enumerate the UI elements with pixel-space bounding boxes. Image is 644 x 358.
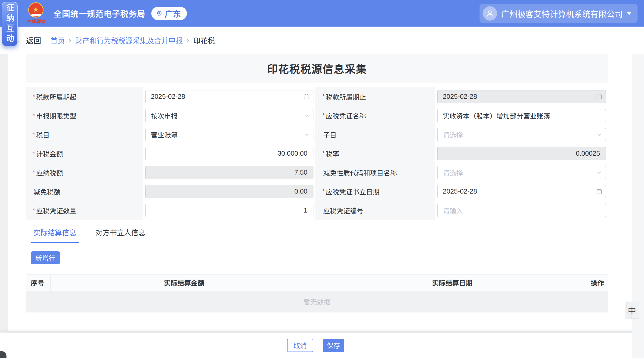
reduction-code-select[interactable]: 请选择 [437,166,606,179]
voucher-count-input[interactable]: 1 [145,204,314,217]
taxable-amount-input[interactable]: 30,000.00 [145,147,314,160]
label-text: 税目 [36,130,50,140]
voucher-number-input[interactable]: 请输入 [437,204,606,217]
voucher-name-input[interactable]: 实收资本（股本）增加部分营业账簿 [437,109,606,122]
header-cell-amount: 实际结算金额 [51,274,318,291]
ime-indicator[interactable]: 中 [625,302,639,318]
breadcrumb-link-home[interactable]: 首页 [50,35,65,45]
region-label: 广东 [165,8,181,19]
label-text: 税款所属期起 [36,92,76,102]
interaction-badge-label: 征纳互动 [4,4,16,44]
label-text: 子目 [323,130,336,140]
breadcrumb-link-section[interactable]: 财产和行为税税源采集及合并申报 [75,35,183,45]
chevron-down-icon [304,113,310,119]
calendar-icon [596,94,602,100]
tab-actual-settlement[interactable]: 实际结算信息 [31,224,79,243]
screen: ★ 中国税务 全国统一规范电子税务局 广东 广州极客艾特计算机系统有 [0,0,644,358]
label-text: 减免性质代码和项目名称 [323,168,397,178]
breadcrumb-separator: › [69,36,71,44]
field-label-tax-payable: * 应纳税额 [26,163,143,182]
date-start-input[interactable]: 2025-02-28 [145,90,314,104]
tax-bureau-logo: ★ 中国税务 [25,2,47,26]
back-link[interactable]: 返回 [26,35,41,46]
field-label-tax-rate: * 税率 [316,144,435,163]
tax-rate-input[interactable]: 0.00025 [437,147,606,160]
field-value: 按次申报 [151,111,178,120]
breadcrumb: 首页 › 财产和行为税税源采集及合并申报 › 印花税 [50,35,215,45]
field-placeholder: 请选择 [443,168,463,178]
header-cell-index: 序号 [26,274,51,291]
breadcrumb-separator: › [187,36,189,44]
field-value: 30,000.00 [278,150,308,157]
field-label-filing-type: * 申报期限类型 [26,106,143,125]
tab-bar: 实际结算信息 对方书立人信息 [26,224,608,243]
header-cell-actions: 操作 [587,274,608,291]
logo-caption: 中国税务 [23,18,49,24]
field-value: 营业账簿 [151,130,178,140]
label-text: 应税凭证名称 [326,111,366,120]
required-mark: * [32,168,35,176]
account-pill[interactable]: 广州极客艾特计算机系统有限公司 [480,4,638,23]
label-text: 申报期限类型 [36,111,76,120]
breadcrumb-current: 印花税 [194,35,215,45]
tax-item-select[interactable]: 营业账簿 [145,128,314,141]
content-card: 印花税税源信息采集 * 税款所属期起 2025-02-28 [8,54,632,331]
field-label-taxable-amount: * 计税金额 [26,144,143,163]
empty-text: 暂无数据 [304,297,330,306]
field-label-tax-item: * 税目 [26,125,143,144]
app-title: 全国统一规范电子税务局 [54,8,145,19]
filing-type-select[interactable]: 按次申报 [145,109,314,122]
voucher-date-input[interactable]: 2025-02-28 [437,185,606,198]
field-value: 2025-02-28 [151,93,185,100]
label-text: 应税凭证书立日期 [326,187,379,196]
add-row-button[interactable]: 新增行 [31,252,60,264]
required-mark: * [32,150,35,157]
breadcrumb-bar: ← 返回 首页 › 财产和行为税税源采集及合并申报 › 印花税 [0,26,644,54]
field-value: 实收资本（股本）增加部分营业账簿 [443,111,550,120]
tab-counterparty[interactable]: 对方书立人信息 [93,224,148,243]
interaction-badge[interactable]: 征纳互动 [2,2,18,46]
ime-label: 中 [628,304,636,316]
required-mark: * [32,112,35,119]
tax-emblem-icon: ★ [28,2,44,18]
chevron-down-icon [596,170,602,176]
field-label-period-end: * 税款所属期止 [316,87,435,106]
field-placeholder: 请选择 [443,130,463,140]
required-mark: * [32,131,35,138]
settlement-table: 序号 实际结算金额 实际结算日期 操作 暂无数据 [26,274,608,312]
field-value: 0.00025 [576,150,600,157]
field-value: 7.50 [294,168,308,176]
field-value: 2025-02-28 [443,93,477,100]
save-button[interactable]: 保存 [323,339,344,352]
form-grid: * 税款所属期起 2025-02-28 [26,87,608,220]
reduction-amount-input[interactable]: 0.00 [145,185,314,198]
required-mark: * [322,93,325,100]
field-placeholder: 请输入 [443,206,463,215]
chevron-down-icon [304,132,310,138]
required-mark: * [322,112,325,119]
field-value: 0.00 [294,188,308,195]
field-label-reduction-amount: 减免税额 [26,182,143,201]
cancel-button[interactable]: 取消 [287,339,313,352]
footer-bar: 取消 保存 [0,332,644,358]
field-label-voucher-number: 应税凭证编号 [316,201,435,220]
region-pill[interactable]: 广东 [151,7,187,20]
calendar-icon [596,188,602,195]
required-mark: * [32,206,35,214]
calendar-icon [303,94,310,100]
tax-payable-input[interactable]: 7.50 [145,166,314,179]
label-text: 税款所属期止 [326,92,366,102]
sub-item-select[interactable]: 请选择 [437,128,606,141]
field-label-voucher-count: * 应税凭证数量 [26,201,143,220]
label-text: 应纳税额 [36,168,63,178]
table-empty-state: 暂无数据 [26,291,608,312]
avatar [483,6,497,20]
field-label-period-start: * 税款所属期起 [26,87,143,106]
required-mark: * [322,150,325,157]
label-text: 应税凭证编号 [323,206,364,215]
field-value: 1 [304,206,308,214]
field-value: 2025-02-28 [443,188,477,195]
required-mark: * [322,188,325,195]
date-end-input[interactable]: 2025-02-28 [437,90,606,104]
field-label-voucher-name: * 应税凭证名称 [316,106,435,125]
